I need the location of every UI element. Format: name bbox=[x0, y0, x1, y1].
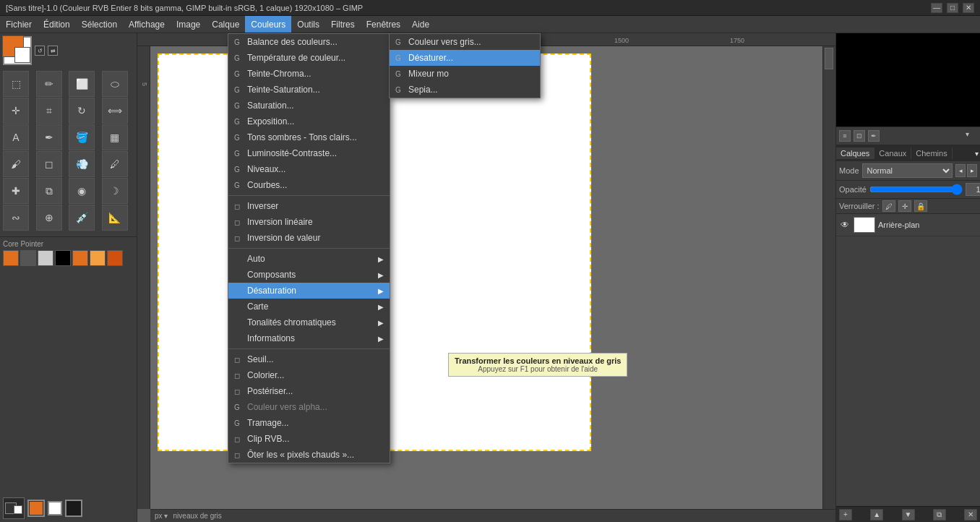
menu-posteriser[interactable]: ◻ Postériser... bbox=[228, 383, 390, 399]
tool-heal[interactable]: ✚ bbox=[3, 178, 29, 204]
lock-pixels-button[interactable]: 🖊 bbox=[882, 200, 895, 212]
menu-tons-sombres[interactable]: G Tons sombres - Tons clairs... bbox=[228, 129, 390, 145]
mode-selector[interactable]: Normal bbox=[862, 163, 953, 178]
swap-colors-button[interactable]: ⇄ bbox=[48, 46, 58, 56]
tool-blur[interactable]: ◉ bbox=[69, 178, 95, 204]
menu-informations[interactable]: Informations ▶ bbox=[228, 330, 390, 346]
menu-inversion-lineaire[interactable]: ◻ Inversion linéaire bbox=[228, 214, 390, 230]
menu-niveaux[interactable]: G Niveaux... bbox=[228, 161, 390, 177]
new-layer-button[interactable]: + bbox=[839, 509, 852, 521]
menu-teinte-saturation[interactable]: G Teinte-Saturation... bbox=[228, 82, 390, 98]
zoom-selector[interactable]: px ▾ bbox=[155, 512, 168, 520]
swatch-lightorange[interactable] bbox=[90, 250, 106, 266]
minimize-button[interactable]: — bbox=[931, 3, 942, 13]
menu-inversion-valeur[interactable]: ◻ Inversion de valeur bbox=[228, 230, 390, 246]
swatch-black[interactable] bbox=[55, 250, 71, 266]
swatch-orange2[interactable] bbox=[72, 250, 88, 266]
menu-tonalites[interactable]: Tonalités chromatiques ▶ bbox=[228, 315, 390, 330]
layer-eye-button[interactable]: 👁 bbox=[839, 219, 851, 231]
menu-filtres[interactable]: Filtres bbox=[325, 16, 361, 33]
menu-edition[interactable]: Édition bbox=[38, 16, 76, 33]
menu-fenetres[interactable]: Fenêtres bbox=[361, 16, 406, 33]
menu-calque[interactable]: Calque bbox=[206, 16, 245, 33]
menu-oter-pixels[interactable]: ◻ Ôter les « pixels chauds »... bbox=[228, 447, 390, 463]
tool-measure[interactable]: 📐 bbox=[102, 205, 128, 231]
paths-icon[interactable]: ✒ bbox=[868, 130, 880, 142]
menu-fichier[interactable]: Fichier bbox=[0, 16, 38, 33]
panel-expand-icon[interactable]: ▾ bbox=[973, 148, 980, 159]
fg-bg-selector[interactable] bbox=[3, 36, 32, 65]
tool-new-image[interactable]: ⬚ bbox=[3, 71, 29, 97]
layers-icon[interactable]: ≡ bbox=[839, 130, 851, 142]
close-button[interactable]: ✕ bbox=[963, 3, 974, 13]
tab-canaux[interactable]: Canaux bbox=[874, 147, 911, 159]
tool-pencil[interactable]: ✏ bbox=[36, 71, 62, 97]
menu-aide[interactable]: Aide bbox=[406, 16, 435, 33]
menu-couleur-vers-gris[interactable]: G Couleur vers gris... bbox=[390, 34, 540, 50]
swatch-dark[interactable] bbox=[20, 250, 36, 266]
mode-next-button[interactable]: ▸ bbox=[967, 164, 977, 177]
lower-layer-button[interactable]: ▼ bbox=[902, 509, 915, 521]
quick-mask-indicator[interactable] bbox=[65, 500, 82, 517]
menu-affichage[interactable]: Affichage bbox=[123, 16, 171, 33]
menu-temperature-couleur[interactable]: G Température de couleur... bbox=[228, 50, 390, 66]
swatch-orange[interactable] bbox=[3, 250, 19, 266]
menu-image[interactable]: Image bbox=[171, 16, 206, 33]
menu-colorier[interactable]: ◻ Colorier... bbox=[228, 367, 390, 383]
zoom-dropdown-icon[interactable]: ▾ bbox=[164, 512, 168, 520]
tool-eraser[interactable]: ◻ bbox=[36, 151, 62, 177]
menu-outils[interactable]: Outils bbox=[291, 16, 325, 33]
tool-path[interactable]: ✒ bbox=[36, 124, 62, 150]
tool-flip[interactable]: ⟺ bbox=[102, 98, 128, 124]
menu-desaturation[interactable]: Désaturation ▶ bbox=[228, 283, 390, 299]
reset-colors-button[interactable]: ↺ bbox=[35, 46, 45, 56]
tool-fuzzy-select[interactable]: ⊕ bbox=[36, 205, 62, 231]
mode-prev-button[interactable]: ◂ bbox=[955, 164, 966, 177]
tool-dodge[interactable]: ☽ bbox=[102, 178, 128, 204]
scrollbar-thumb-v[interactable] bbox=[825, 48, 833, 69]
opacity-input[interactable] bbox=[966, 183, 980, 196]
lock-all-button[interactable]: 🔒 bbox=[914, 200, 927, 212]
tool-paintbrush[interactable]: 🖌 bbox=[3, 151, 29, 177]
panel-menu-icon[interactable]: ▾ bbox=[966, 130, 977, 142]
menu-sepia[interactable]: G Sepia... bbox=[390, 82, 540, 98]
menu-carte[interactable]: Carte ▶ bbox=[228, 299, 390, 315]
menu-teinte-chroma[interactable]: G Teinte-Chroma... bbox=[228, 66, 390, 82]
menu-balance-couleurs[interactable]: G Balance des couleurs... bbox=[228, 34, 390, 50]
tool-color-picker[interactable]: 💉 bbox=[69, 205, 95, 231]
tool-clone[interactable]: ⧉ bbox=[36, 178, 62, 204]
raise-layer-button[interactable]: ▲ bbox=[870, 509, 883, 521]
tab-calques[interactable]: Calques bbox=[836, 147, 874, 159]
duplicate-layer-button[interactable]: ⧉ bbox=[933, 509, 946, 521]
opacity-slider[interactable] bbox=[869, 184, 963, 194]
tool-gradient[interactable]: ▦ bbox=[102, 124, 128, 150]
swatch-light[interactable] bbox=[38, 250, 53, 266]
lock-position-button[interactable]: ✛ bbox=[898, 200, 911, 212]
delete-layer-button[interactable]: ✕ bbox=[964, 509, 977, 521]
menu-seuil[interactable]: ◻ Seuil... bbox=[228, 351, 390, 367]
tool-transform[interactable]: ↻ bbox=[69, 98, 95, 124]
menu-tramage[interactable]: G Tramage... bbox=[228, 415, 390, 431]
menu-saturation[interactable]: G Saturation... bbox=[228, 98, 390, 114]
tool-move[interactable]: ✛ bbox=[3, 98, 29, 124]
menu-composants[interactable]: Composants ▶ bbox=[228, 267, 390, 283]
menu-luminosite-contraste[interactable]: G Luminosité-Contraste... bbox=[228, 145, 390, 161]
background-color-indicator[interactable] bbox=[48, 501, 62, 515]
channels-icon[interactable]: ⊡ bbox=[854, 130, 865, 142]
vertical-scrollbar[interactable] bbox=[822, 46, 835, 509]
menu-auto[interactable]: Auto ▶ bbox=[228, 251, 390, 267]
layer-item-background[interactable]: 👁 Arrière-plan bbox=[836, 214, 980, 236]
maximize-button[interactable]: □ bbox=[947, 3, 958, 13]
menu-mixeur[interactable]: G Mixeur mo bbox=[390, 66, 540, 82]
tool-bucket-fill[interactable]: 🪣 bbox=[69, 124, 95, 150]
swatch-darkorange[interactable] bbox=[107, 250, 123, 266]
tool-text[interactable]: A bbox=[3, 124, 29, 150]
menu-courbes[interactable]: G Courbes... bbox=[228, 177, 390, 193]
foreground-color-indicator[interactable] bbox=[27, 500, 45, 517]
menu-desaturer[interactable]: G Désaturer... bbox=[390, 50, 540, 66]
menu-inverser[interactable]: ◻ Inverser bbox=[228, 198, 390, 214]
tool-free-select[interactable]: ∾ bbox=[3, 205, 29, 231]
menu-clip-rvb[interactable]: ◻ Clip RVB... bbox=[228, 431, 390, 447]
menu-couleurs[interactable]: Couleurs bbox=[245, 16, 291, 33]
tool-select-ellipse[interactable]: ⬭ bbox=[102, 71, 128, 97]
